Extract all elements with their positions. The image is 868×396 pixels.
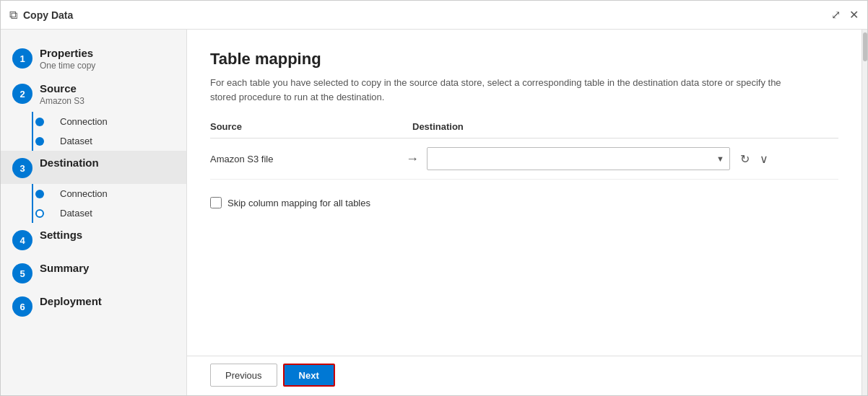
step-sub-source: Amazon S3 (40, 96, 84, 106)
main-content: Table mapping For each table you have se… (187, 30, 862, 395)
step-label-destination: Destination (40, 157, 99, 169)
skip-mapping-checkbox[interactable] (210, 197, 222, 208)
destination-connection-dot (35, 190, 44, 198)
window-title: Copy Data (23, 9, 73, 21)
page-title: Table mapping (210, 50, 838, 69)
destination-connection-label: Connection (60, 188, 108, 199)
mapping-header-destination: Destination (412, 121, 464, 132)
step-circle-6: 6 (12, 296, 32, 317)
step-sub-properties: One time copy (40, 61, 95, 71)
step-circle-5: 5 (12, 263, 32, 283)
title-bar-actions: ⤢ ✕ (831, 8, 859, 22)
source-connection-dot (35, 118, 44, 126)
destination-dataset-label: Dataset (60, 208, 92, 219)
step-circle-4: 4 (12, 230, 32, 250)
mapping-source-label: Amazon S3 file (210, 154, 398, 164)
close-icon[interactable]: ✕ (849, 8, 859, 22)
source-sub-steps: Connection Dataset (22, 112, 186, 151)
title-bar: ⧉ Copy Data ⤢ ✕ (1, 1, 867, 30)
footer: Previous Next (187, 356, 862, 395)
expand-row-icon[interactable]: ∨ (760, 152, 768, 166)
source-dataset-label: Dataset (60, 136, 92, 146)
skip-mapping-label[interactable]: Skip column mapping for all tables (227, 198, 370, 208)
step-label-summary: Summary (40, 262, 89, 274)
content-area: Table mapping For each table you have se… (187, 30, 862, 356)
step-label-source: Source (40, 82, 84, 94)
copy-data-icon: ⧉ (9, 9, 17, 22)
source-dataset-dot (35, 137, 44, 146)
mapping-row: Amazon S3 file → ▼ ↻ ∨ (210, 138, 838, 180)
sidebar-item-properties[interactable]: 1 Properties One time copy (1, 41, 186, 76)
skip-mapping-section: Skip column mapping for all tables (210, 197, 838, 208)
mapping-arrow-icon: → (398, 151, 427, 167)
step-label-deployment: Deployment (40, 295, 102, 307)
expand-icon[interactable]: ⤢ (831, 8, 841, 22)
sidebar-item-source[interactable]: 2 Source Amazon S3 (1, 76, 186, 112)
step-circle-1: 1 (12, 48, 32, 69)
source-dataset-step[interactable]: Dataset (30, 131, 186, 151)
destination-select[interactable] (427, 147, 730, 170)
step-circle-3: 3 (12, 158, 32, 178)
step-label-properties: Properties (40, 47, 95, 59)
body: 1 Properties One time copy 2 Source Amaz… (1, 30, 867, 395)
sidebar-item-deployment[interactable]: 6 Deployment (1, 289, 186, 322)
destination-sub-steps: Connection Dataset (22, 184, 186, 223)
sidebar-item-destination[interactable]: 3 Destination (1, 151, 186, 184)
page-description: For each table you have selected to copy… (210, 76, 802, 104)
refresh-icon[interactable]: ↻ (740, 152, 750, 166)
next-button[interactable]: Next (283, 364, 335, 387)
app-window: ⧉ Copy Data ⤢ ✕ 1 Properties One time co… (0, 0, 868, 396)
step-circle-2: 2 (12, 84, 32, 104)
scrollbar-thumb[interactable] (863, 32, 867, 61)
destination-dataset-step[interactable]: Dataset (30, 203, 186, 223)
source-connection-label: Connection (60, 116, 108, 127)
destination-connection-step[interactable]: Connection (30, 184, 186, 203)
sidebar-item-summary[interactable]: 5 Summary (1, 256, 186, 289)
mapping-header-source: Source (210, 121, 412, 132)
destination-select-wrapper: ▼ (427, 147, 730, 170)
step-label-settings: Settings (40, 229, 82, 241)
source-connection-step[interactable]: Connection (30, 112, 186, 131)
destination-dataset-dot (35, 209, 44, 218)
scrollbar-track (862, 30, 867, 395)
sidebar: 1 Properties One time copy 2 Source Amaz… (1, 30, 187, 395)
mapping-dest-wrapper: ▼ ↻ ∨ (427, 147, 838, 170)
mapping-header: Source Destination (210, 121, 838, 138)
source-file-label: Amazon S3 file (210, 154, 273, 164)
previous-button[interactable]: Previous (210, 364, 277, 387)
title-bar-left: ⧉ Copy Data (9, 9, 73, 22)
sidebar-item-settings[interactable]: 4 Settings (1, 223, 186, 256)
